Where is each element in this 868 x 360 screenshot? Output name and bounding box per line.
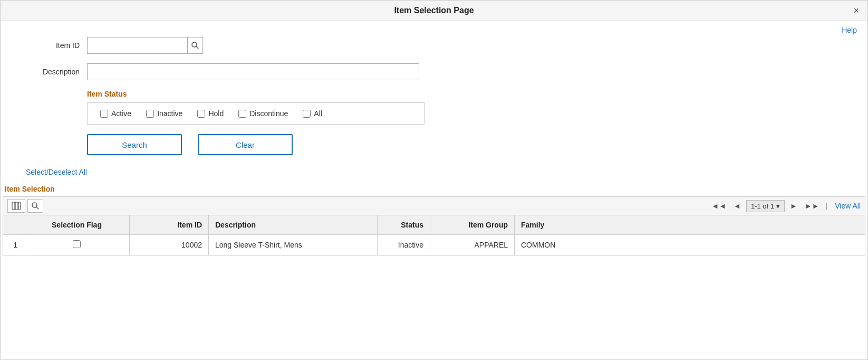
item-selection-heading: Item Selection [3,185,865,193]
status-active-checkbox[interactable] [100,110,108,118]
status-inactive-checkbox-item[interactable]: Inactive [146,109,182,118]
item-status-heading: Item Status [87,90,846,98]
item-id-search-icon-button[interactable] [187,37,202,53]
status-discontinue-label: Discontinue [249,109,288,118]
cell-item-group: APPAREL [430,235,515,255]
status-inactive-checkbox[interactable] [146,110,154,118]
main-window: Item Selection Page × Help Item ID Descr… [0,0,868,360]
next-page-button[interactable]: ► [788,201,799,211]
cell-family: COMMON [515,235,865,255]
search-button[interactable]: Search [87,134,182,155]
grid-search-button[interactable] [27,199,43,213]
col-header-item-id: Item ID [130,215,209,235]
status-discontinue-checkbox-item[interactable]: Discontinue [238,109,288,118]
clear-button[interactable]: Clear [198,134,293,155]
prev-page-button[interactable]: ◄ [731,201,743,211]
button-row: Search Clear [87,134,846,155]
view-all-link[interactable]: View All [835,202,861,210]
grid-toolbar: ◄◄ ◄ 1-1 of 1 ▾ ► ►► | View All [3,196,865,215]
col-header-description: Description [209,215,378,235]
help-link[interactable]: Help [842,26,857,34]
select-deselect-all-link[interactable]: Select/Deselect All [26,168,87,176]
status-active-label: Active [111,109,131,118]
description-row: Description [22,63,846,80]
row-selection-checkbox[interactable] [73,240,81,248]
status-hold-label: Hold [208,109,224,118]
first-page-button[interactable]: ◄◄ [709,201,728,211]
cell-status: Inactive [378,235,430,255]
svg-rect-2 [12,202,15,210]
item-id-input-wrap [87,37,203,54]
table-row: 1 10002 Long Sleeve T-Shirt, Mens Inacti… [3,235,865,255]
window-title: Item Selection Page [394,6,474,15]
cell-description: Long Sleeve T-Shirt, Mens [209,235,378,255]
last-page-button[interactable]: ►► [803,201,822,211]
status-all-checkbox-item[interactable]: All [303,109,322,118]
description-label: Description [22,68,80,76]
form-area: Item ID Description Item Status [1,21,867,168]
svg-rect-3 [15,202,18,210]
grid-search-icon [32,202,39,210]
status-active-checkbox-item[interactable]: Active [100,109,131,118]
item-id-label: Item ID [22,41,80,50]
item-id-row: Item ID [22,37,846,54]
items-table: Selection Flag Item ID Description Statu… [3,215,865,255]
grid-columns-button[interactable] [7,199,25,213]
columns-icon [12,202,21,210]
col-header-status: Status [378,215,430,235]
col-header-selection-flag: Selection Flag [24,215,130,235]
separator: | [826,202,828,210]
description-input[interactable] [87,63,419,80]
grid-toolbar-left [7,199,43,213]
table-header-row: Selection Flag Item ID Description Statu… [3,215,865,235]
status-all-label: All [314,109,322,118]
cell-selection-flag [24,235,130,255]
table-body: 1 10002 Long Sleeve T-Shirt, Mens Inacti… [3,235,865,255]
grid-toolbar-right: ◄◄ ◄ 1-1 of 1 ▾ ► ►► | View All [709,200,861,212]
page-dropdown-icon[interactable]: ▾ [776,202,780,210]
select-deselect-wrapper: Select/Deselect All [1,168,867,185]
magnifier-icon [191,42,199,49]
status-hold-checkbox[interactable] [197,110,205,118]
item-selection-section: Item Selection [1,185,867,255]
svg-rect-4 [18,202,21,210]
page-indicator-text: 1-1 of 1 [751,202,774,210]
status-all-checkbox[interactable] [303,110,311,118]
cell-row-num: 1 [3,235,24,255]
table-header: Selection Flag Item ID Description Statu… [3,215,865,235]
svg-line-6 [36,207,38,209]
status-inactive-label: Inactive [157,109,182,118]
close-button[interactable]: × [853,6,859,15]
item-id-input[interactable] [88,37,187,53]
cell-item-id: 10002 [130,235,209,255]
svg-line-1 [196,46,198,49]
title-bar: Item Selection Page × [1,1,867,21]
status-checkboxes-group: Active Inactive Hold Discontinue All [87,102,425,125]
status-discontinue-checkbox[interactable] [238,110,246,118]
col-header-rownum [3,215,24,235]
page-indicator: 1-1 of 1 ▾ [746,200,785,212]
col-header-family: Family [515,215,865,235]
col-header-item-group: Item Group [430,215,515,235]
status-hold-checkbox-item[interactable]: Hold [197,109,224,118]
item-status-section: Item Status Active Inactive Hold Discont… [87,90,846,125]
